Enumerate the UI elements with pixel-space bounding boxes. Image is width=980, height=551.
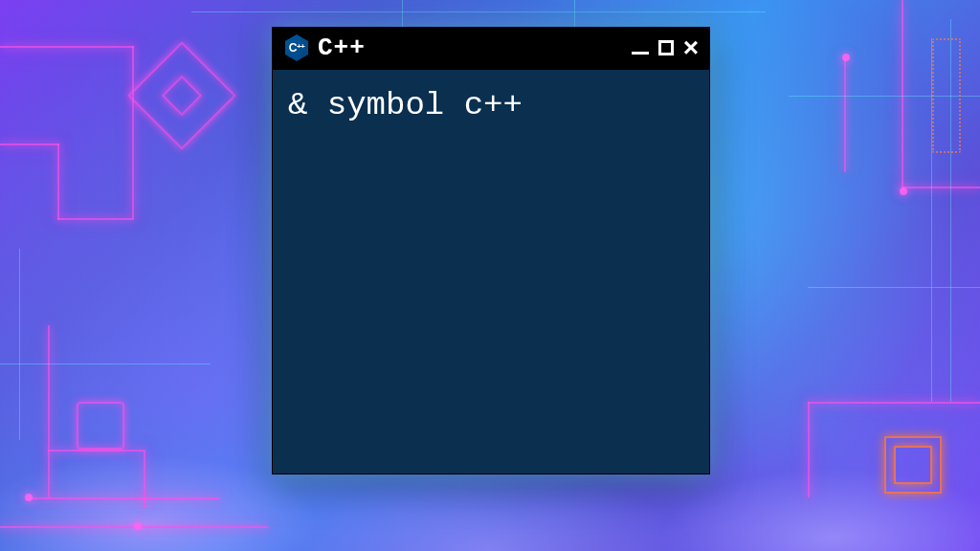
cpp-icon: C++ (283, 34, 310, 61)
maximize-button[interactable] (658, 40, 674, 55)
terminal-output: & symbol c++ (288, 87, 694, 123)
terminal-window: C++ C++ × & symbol c++ (272, 27, 710, 474)
minimize-button[interactable] (632, 42, 649, 55)
terminal-body[interactable]: & symbol c++ (272, 69, 710, 474)
close-button[interactable]: × (683, 34, 699, 61)
window-controls: × (632, 34, 699, 61)
titlebar[interactable]: C++ C++ × (272, 27, 710, 69)
window-title: C++ (318, 33, 624, 62)
